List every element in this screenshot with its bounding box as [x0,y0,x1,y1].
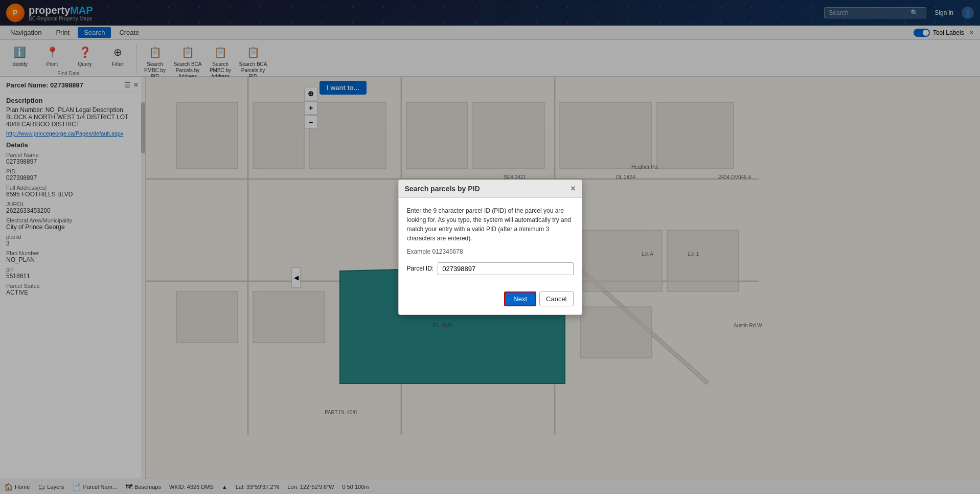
modal-parcel-id-field: Parcel ID: [407,262,574,275]
modal-close-button[interactable]: × [571,184,575,193]
modal-header: Search parcels by PID × [399,180,582,198]
modal-footer: Next Cancel [399,291,582,315]
modal-description: Enter the 9 character parcel ID (PID) of… [407,206,574,243]
parcel-id-label: Parcel ID: [407,265,434,272]
modal-title: Search parcels by PID [405,185,480,193]
next-button[interactable]: Next [504,291,536,306]
search-pid-modal: Search parcels by PID × Enter the 9 char… [398,179,582,315]
modal-body: Enter the 9 character parcel ID (PID) of… [399,198,582,291]
cancel-button[interactable]: Cancel [539,291,573,306]
parcel-id-input[interactable] [438,262,573,275]
modal-overlay: Search parcels by PID × Enter the 9 char… [0,0,980,494]
modal-example: Example 012345678 [407,248,574,255]
